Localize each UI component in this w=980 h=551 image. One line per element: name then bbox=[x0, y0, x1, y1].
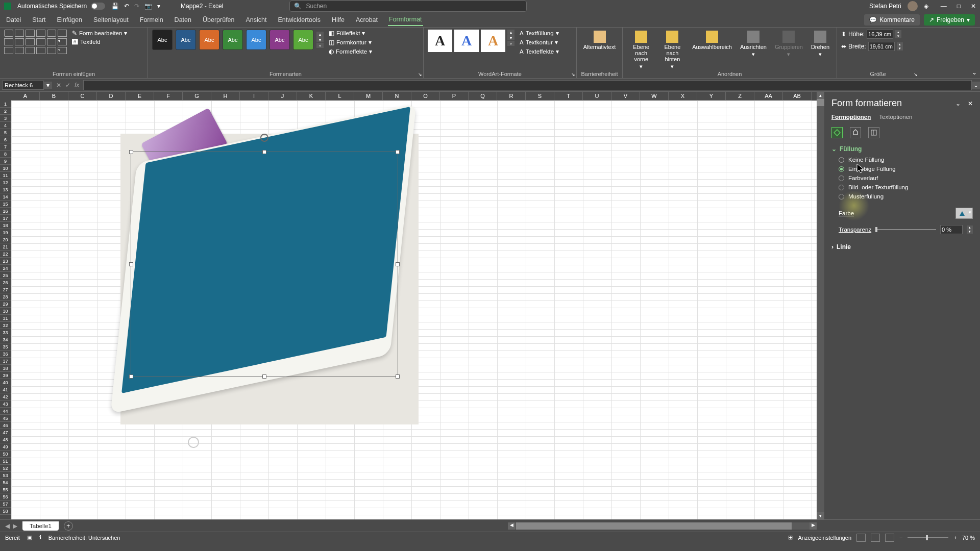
wordart-launcher[interactable]: ↘ bbox=[571, 72, 575, 77]
row-header-8[interactable]: 8 bbox=[0, 151, 11, 158]
tab-ansicht[interactable]: Ansicht bbox=[245, 14, 268, 26]
style-7[interactable]: Abc bbox=[293, 30, 313, 50]
tab-entwicklertools[interactable]: Entwicklertools bbox=[277, 14, 322, 26]
row-header-7[interactable]: 7 bbox=[0, 143, 11, 151]
pane-close-icon[interactable]: ✕ bbox=[968, 100, 973, 107]
resize-handle-bm[interactable] bbox=[262, 374, 266, 379]
height-input[interactable] bbox=[867, 30, 893, 39]
drehen-button[interactable]: Drehen▾ bbox=[808, 30, 832, 59]
col-header-I[interactable]: I bbox=[240, 92, 268, 101]
maximize-icon[interactable]: □ bbox=[957, 3, 961, 10]
ebene-hinten-button[interactable]: Ebene nach hinten▾ bbox=[658, 30, 688, 71]
row-header-37[interactable]: 37 bbox=[0, 358, 11, 365]
row-header-58[interactable]: 58 bbox=[0, 508, 11, 515]
form-bearbeiten-button[interactable]: ✎Form bearbeiten▾ bbox=[72, 30, 127, 37]
col-header-AA[interactable]: AA bbox=[754, 92, 783, 101]
tab-formformat[interactable]: Formformat bbox=[388, 14, 423, 26]
selected-rectangle[interactable] bbox=[131, 152, 398, 377]
row-headers[interactable]: 1234567891011121314151617181920212223242… bbox=[0, 101, 11, 519]
col-header-W[interactable]: W bbox=[640, 92, 669, 101]
formoptionen-tab[interactable]: Formoptionen bbox=[831, 114, 871, 120]
row-header-6[interactable]: 6 bbox=[0, 136, 11, 143]
width-input[interactable] bbox=[868, 42, 895, 51]
shape-styles-gallery[interactable]: Abc Abc Abc Abc Abc Abc Abc ▴▾▿ bbox=[152, 30, 324, 50]
row-header-14[interactable]: 14 bbox=[0, 193, 11, 201]
row-header-11[interactable]: 11 bbox=[0, 172, 11, 179]
avatar[interactable] bbox=[908, 1, 918, 11]
sheet-nav-prev[interactable]: ◀ bbox=[5, 522, 10, 530]
row-header-48[interactable]: 48 bbox=[0, 436, 11, 443]
col-header-O[interactable]: O bbox=[411, 92, 440, 101]
fill-line-tab-icon[interactable] bbox=[831, 127, 843, 138]
groesse-launcher[interactable]: ↘ bbox=[914, 72, 918, 77]
wordart-3[interactable]: A bbox=[481, 30, 505, 52]
row-header-31[interactable]: 31 bbox=[0, 315, 11, 322]
share-button[interactable]: ↗ Freigeben ▾ bbox=[924, 14, 975, 26]
textfeld-button[interactable]: 🅰Textfeld bbox=[72, 39, 127, 45]
zoom-in[interactable]: + bbox=[953, 535, 957, 541]
name-box-dropdown[interactable]: ▾ bbox=[44, 82, 52, 89]
row-header-38[interactable]: 38 bbox=[0, 365, 11, 372]
row-header-18[interactable]: 18 bbox=[0, 222, 11, 229]
col-header-J[interactable]: J bbox=[268, 92, 297, 101]
tab-datei[interactable]: Datei bbox=[5, 14, 22, 26]
tab-formeln[interactable]: Formeln bbox=[139, 14, 164, 26]
horizontal-scrollbar[interactable]: ◀▶ bbox=[508, 522, 817, 530]
display-settings[interactable]: Anzeigeeinstellungen bbox=[798, 535, 851, 541]
radio-bild-textur[interactable]: Bild- oder Texturfüllung bbox=[839, 184, 973, 190]
row-header-42[interactable]: 42 bbox=[0, 393, 11, 400]
row-header-2[interactable]: 2 bbox=[0, 108, 11, 115]
col-header-Y[interactable]: Y bbox=[697, 92, 726, 101]
row-header-27[interactable]: 27 bbox=[0, 286, 11, 293]
row-header-33[interactable]: 33 bbox=[0, 329, 11, 336]
col-header-M[interactable]: M bbox=[354, 92, 383, 101]
autosave-toggle[interactable] bbox=[91, 3, 105, 10]
row-header-57[interactable]: 57 bbox=[0, 500, 11, 508]
row-header-40[interactable]: 40 bbox=[0, 379, 11, 386]
style-5[interactable]: Abc bbox=[246, 30, 266, 50]
style-2[interactable]: Abc bbox=[176, 30, 196, 50]
column-headers[interactable]: ABCDEFGHIJKLMNOPQRSTUVWXYZAAAB bbox=[11, 92, 817, 101]
formula-expand-icon[interactable]: ⌄ bbox=[972, 82, 980, 89]
col-header-Q[interactable]: Q bbox=[469, 92, 497, 101]
row-header-32[interactable]: 32 bbox=[0, 322, 11, 329]
row-header-55[interactable]: 55 bbox=[0, 486, 11, 493]
col-header-C[interactable]: C bbox=[68, 92, 97, 101]
row-header-35[interactable]: 35 bbox=[0, 343, 11, 350]
col-header-U[interactable]: U bbox=[583, 92, 611, 101]
row-header-19[interactable]: 19 bbox=[0, 229, 11, 236]
accept-formula-icon[interactable]: ✓ bbox=[65, 82, 70, 89]
comments-button[interactable]: 💬 Kommentare bbox=[864, 14, 920, 26]
row-header-36[interactable]: 36 bbox=[0, 350, 11, 358]
accessibility-status[interactable]: Barrierefreiheit: Untersuchen bbox=[48, 535, 120, 541]
row-header-1[interactable]: 1 bbox=[0, 101, 11, 108]
worksheet[interactable] bbox=[11, 101, 817, 519]
row-header-28[interactable]: 28 bbox=[0, 293, 11, 300]
row-header-4[interactable]: 4 bbox=[0, 122, 11, 129]
radio-muster[interactable]: Musterfüllung bbox=[839, 193, 973, 199]
col-header-AB[interactable]: AB bbox=[783, 92, 812, 101]
tab-hilfe[interactable]: Hilfe bbox=[331, 14, 346, 26]
formula-input[interactable] bbox=[83, 80, 972, 90]
name-box[interactable] bbox=[2, 81, 44, 90]
col-header-P[interactable]: P bbox=[440, 92, 469, 101]
row-header-13[interactable]: 13 bbox=[0, 186, 11, 193]
col-header-S[interactable]: S bbox=[526, 92, 554, 101]
row-header-3[interactable]: 3 bbox=[0, 115, 11, 122]
camera-icon[interactable]: 📷 bbox=[144, 3, 152, 10]
resize-handle-mr[interactable] bbox=[396, 262, 400, 266]
resize-handle-tl[interactable] bbox=[129, 150, 133, 154]
view-page-layout[interactable] bbox=[871, 534, 880, 542]
texteffekte-button[interactable]: ATexteffekte▾ bbox=[520, 48, 559, 55]
style-1[interactable]: Abc bbox=[152, 30, 173, 50]
row-header-22[interactable]: 22 bbox=[0, 251, 11, 258]
wordart-gallery[interactable]: A A A ▴▾▿ bbox=[428, 30, 514, 52]
textfuellung-button[interactable]: ATextfüllung▾ bbox=[520, 30, 559, 37]
row-header-26[interactable]: 26 bbox=[0, 279, 11, 286]
vertical-scrollbar[interactable]: ▴ ▾ bbox=[817, 92, 824, 519]
wordart-1[interactable]: A bbox=[428, 30, 452, 52]
resize-handle-bl[interactable] bbox=[129, 374, 133, 379]
effects-tab-icon[interactable] bbox=[850, 127, 861, 138]
style-3[interactable]: Abc bbox=[199, 30, 219, 50]
style-gallery-more[interactable]: ▴▾▿ bbox=[316, 32, 324, 48]
